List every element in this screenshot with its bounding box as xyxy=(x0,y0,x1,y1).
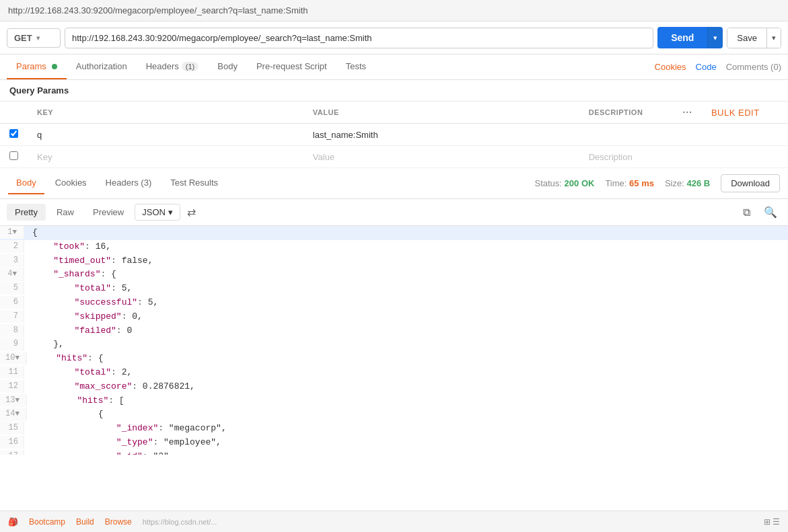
tab-authorization-label: Authorization xyxy=(76,61,127,71)
save-dropdown-button[interactable]: ▾ xyxy=(766,28,781,48)
method-chevron-icon: ▾ xyxy=(36,34,40,42)
line-number: 2 xyxy=(0,240,24,253)
tab-headers[interactable]: Headers (1) xyxy=(137,54,209,79)
request-tabs: Params Authorization Headers (1) Body Pr… xyxy=(0,54,788,80)
resp-tab-headers-label: Headers (3) xyxy=(106,178,152,188)
send-dropdown-button[interactable]: ▾ xyxy=(707,27,723,48)
search-icon-button[interactable]: 🔍 xyxy=(760,203,781,221)
format-dropdown[interactable]: JSON ▾ xyxy=(135,204,180,221)
cookies-link[interactable]: Cookies xyxy=(655,62,686,72)
empty-value-cell[interactable]: Value xyxy=(303,146,579,168)
resp-tab-cookies[interactable]: Cookies xyxy=(47,172,95,194)
request-tabs-right: Cookies Code Comments (0) xyxy=(655,62,781,72)
fmt-tab-pretty[interactable]: Pretty xyxy=(7,204,46,221)
row-key-cell[interactable]: q xyxy=(28,124,303,146)
comments-link[interactable]: Comments (0) xyxy=(726,62,781,72)
copy-icon-button[interactable]: ⧉ xyxy=(739,203,754,221)
tab-tests-label: Tests xyxy=(346,61,366,71)
empty-extra xyxy=(702,146,788,168)
time-label: Time: 65 ms xyxy=(605,178,654,188)
resp-tab-body[interactable]: Body xyxy=(8,172,44,194)
row-value-cell[interactable]: last_name:Smith xyxy=(303,124,579,146)
format-bar: Pretty Raw Preview JSON ▾ ⇄ ⧉ 🔍 xyxy=(0,199,788,226)
row-extra xyxy=(702,124,788,146)
empty-checkbox-cell xyxy=(0,146,28,168)
code-line: 1▼ { xyxy=(0,226,788,240)
fmt-tab-raw-label: Raw xyxy=(57,207,74,217)
url-input[interactable] xyxy=(65,28,653,48)
code-line: 17 "_id": "2", xyxy=(0,450,788,455)
tab-prerequest[interactable]: Pre-request Script xyxy=(247,54,336,79)
tab-tests[interactable]: Tests xyxy=(336,54,375,79)
wrap-icon-button[interactable]: ⇄ xyxy=(183,203,200,221)
toggle-icon[interactable]: ▼ xyxy=(15,396,20,404)
line-number: 16 xyxy=(0,436,24,449)
resp-tab-headers[interactable]: Headers (3) xyxy=(98,172,160,194)
save-button-group: Save ▾ xyxy=(727,28,781,48)
col-header-value: VALUE xyxy=(303,102,579,124)
toggle-icon[interactable]: ▼ xyxy=(15,410,20,418)
fmt-tab-preview[interactable]: Preview xyxy=(85,204,132,221)
code-line: 11 "total": 2, xyxy=(0,366,788,380)
empty-value-placeholder: Value xyxy=(313,152,334,162)
row-checkbox[interactable] xyxy=(9,129,18,138)
row-desc-cell[interactable] xyxy=(579,124,674,146)
title-url: http://192.168.243.30:9200/megacorp/empl… xyxy=(8,5,308,15)
tab-body-label: Body xyxy=(217,61,238,71)
code-line: 13▼ "hits": [ xyxy=(0,394,788,408)
empty-checkbox[interactable] xyxy=(9,151,18,160)
line-content: "total": 2, xyxy=(24,366,788,380)
line-number: 10▼ xyxy=(0,352,27,365)
toggle-icon[interactable]: ▼ xyxy=(12,228,17,236)
line-content: { xyxy=(24,226,788,240)
fmt-tab-raw[interactable]: Raw xyxy=(48,204,82,221)
params-table: KEY VALUE DESCRIPTION ··· Bulk Edit q la… xyxy=(0,102,788,168)
download-button[interactable]: Download xyxy=(721,174,780,192)
row-value-value: last_name:Smith xyxy=(313,130,378,140)
bulk-edit-cell: Bulk Edit xyxy=(702,102,788,124)
line-content: "hits": [ xyxy=(27,394,788,408)
size-value: 426 B xyxy=(686,178,710,188)
line-number: 5 xyxy=(0,282,24,295)
save-button[interactable]: Save xyxy=(727,28,766,48)
line-number: 8 xyxy=(0,324,24,337)
status-label: Status: 200 OK xyxy=(535,178,595,188)
wrap-icon: ⇄ xyxy=(187,206,196,218)
tab-authorization[interactable]: Authorization xyxy=(67,54,137,79)
code-line: 5 "total": 5, xyxy=(0,282,788,296)
line-number: 1▼ xyxy=(0,226,24,239)
line-content: }, xyxy=(24,338,788,352)
code-line: 15 "_index": "megacorp", xyxy=(0,422,788,436)
col-header-description: DESCRIPTION xyxy=(579,102,674,124)
headers-badge: (1) xyxy=(182,62,199,71)
more-icon[interactable]: ··· xyxy=(682,107,692,118)
tab-body[interactable]: Body xyxy=(208,54,247,79)
toggle-icon[interactable]: ▼ xyxy=(15,354,20,362)
empty-desc-placeholder: Description xyxy=(589,152,633,162)
search-icon: 🔍 xyxy=(764,206,777,218)
empty-key-cell[interactable]: Key xyxy=(28,146,303,168)
toggle-icon[interactable]: ▼ xyxy=(12,270,17,278)
response-header: Body Cookies Headers (3) Test Results St… xyxy=(0,168,788,199)
code-line: 16 "_type": "employee", xyxy=(0,436,788,450)
row-key-value: q xyxy=(37,130,42,140)
time-value: 65 ms xyxy=(629,178,654,188)
code-line: 12 "max_score": 0.2876821, xyxy=(0,380,788,394)
format-dropdown-chevron-icon: ▾ xyxy=(168,207,173,217)
send-button[interactable]: Send xyxy=(657,27,707,48)
line-number: 14▼ xyxy=(0,408,27,420)
format-right-icons: ⧉ 🔍 xyxy=(739,203,781,221)
send-button-group: Send ▾ xyxy=(657,27,723,48)
line-number: 13▼ xyxy=(0,394,27,407)
code-line: 4▼ "_shards": { xyxy=(0,268,788,282)
resp-tab-test-results[interactable]: Test Results xyxy=(162,172,226,194)
tab-params[interactable]: Params xyxy=(7,54,67,79)
bulk-edit-button[interactable]: Bulk Edit xyxy=(711,108,760,118)
format-dropdown-value: JSON xyxy=(142,207,166,217)
empty-desc-cell[interactable]: Description xyxy=(579,146,674,168)
method-selector[interactable]: GET ▾ xyxy=(7,28,61,48)
code-line: 10▼ "hits": { xyxy=(0,352,788,366)
table-row-empty: Key Value Description xyxy=(0,146,788,168)
status-value: 200 OK xyxy=(565,178,595,188)
code-link[interactable]: Code xyxy=(696,62,717,72)
